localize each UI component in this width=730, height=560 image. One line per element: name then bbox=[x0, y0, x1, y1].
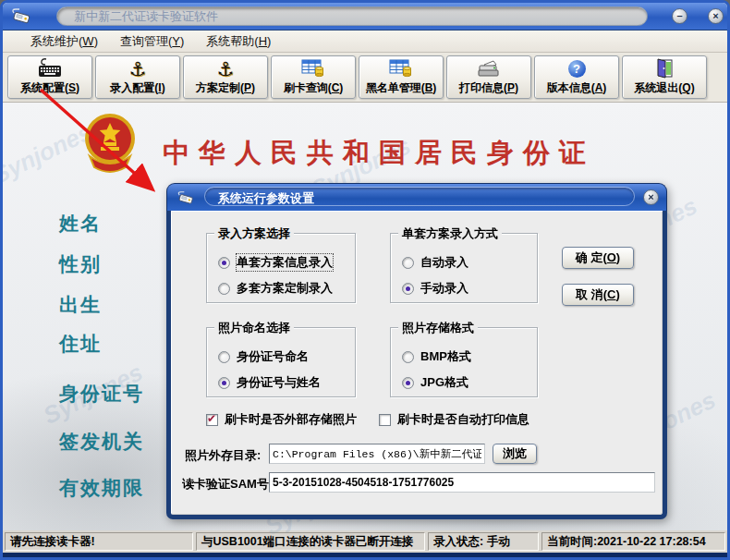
radio-icon[interactable] bbox=[402, 283, 414, 295]
group-photo-naming: 照片命名选择 身份证号命名 身份证号与姓名 bbox=[206, 327, 356, 397]
field-label-name: 姓名 bbox=[59, 211, 102, 237]
exit-door-icon bbox=[653, 56, 675, 80]
close-button[interactable]: × bbox=[708, 8, 724, 24]
toolbar-button-entry-config[interactable]: ⚓ 录入配置(I) bbox=[95, 55, 180, 99]
dialog-body: 录入方案选择 单套方案信息录入 多套方案定制录入 单套方案录入方式 自动录入 bbox=[166, 211, 667, 519]
printer-icon bbox=[477, 56, 501, 80]
group-entry-mode: 单套方案录入方式 自动录入 手动录入 bbox=[390, 233, 538, 303]
radio-icon[interactable] bbox=[218, 257, 230, 269]
window-title: 新中新二代证读卡验证软件 bbox=[74, 9, 218, 23]
radio-bmp-format[interactable]: BMP格式 bbox=[402, 348, 471, 365]
field-label-address: 住址 bbox=[59, 331, 102, 357]
dialog-title-bar: 系统运行参数设置 × bbox=[166, 183, 667, 211]
window-bottom-edge bbox=[3, 553, 727, 557]
radio-icon[interactable] bbox=[218, 351, 230, 363]
group-title: 照片存储格式 bbox=[398, 320, 478, 336]
toolbar-label: 系统配置(S) bbox=[20, 80, 79, 96]
group-entry-scheme: 录入方案选择 单套方案信息录入 多套方案定制录入 bbox=[206, 233, 356, 303]
toolbar-label: 录入配置(I) bbox=[110, 80, 164, 96]
toolbar-button-print-info[interactable]: 打印信息(P) bbox=[446, 55, 531, 99]
radio-icon[interactable] bbox=[402, 377, 414, 389]
radio-label: 身份证号与姓名 bbox=[237, 374, 321, 391]
dialog-close-button[interactable]: × bbox=[643, 189, 659, 205]
checkbox-icon[interactable] bbox=[206, 414, 218, 426]
settings-dialog: 系统运行参数设置 × 录入方案选择 单套方案信息录入 多套方案定制录入 单套方案… bbox=[166, 183, 667, 519]
toolbar-button-scheme-customize[interactable]: ⚓ 方案定制(P) bbox=[183, 55, 268, 99]
field-label-id-number: 身份证号 bbox=[59, 381, 144, 407]
radio-icon[interactable] bbox=[402, 257, 414, 269]
window-title-pill: 新中新二代证读卡验证软件 bbox=[56, 6, 648, 26]
group-title: 录入方案选择 bbox=[214, 225, 294, 242]
radio-auto-entry[interactable]: 自动录入 bbox=[402, 254, 468, 271]
radio-icon[interactable] bbox=[218, 377, 230, 389]
radio-label: JPG格式 bbox=[420, 374, 468, 391]
menu-bar: 系统维护(W) 查询管理(Y) 系统帮助(H) bbox=[3, 30, 727, 53]
card-reader-icon bbox=[176, 190, 196, 206]
ok-button[interactable]: 确 定(O) bbox=[562, 247, 634, 269]
keyboard-icon bbox=[38, 56, 62, 80]
toolbar-label: 系统退出(Q) bbox=[634, 80, 694, 96]
toolbar-button-swipe-query[interactable]: 刷卡查询(C) bbox=[271, 55, 356, 99]
toolbar-label: 打印信息(P) bbox=[459, 80, 518, 96]
radio-label: 单套方案信息录入 bbox=[237, 254, 333, 271]
field-label-issue-org: 签发机关 bbox=[59, 429, 144, 455]
radio-multi-scheme-entry[interactable]: 多套方案定制录入 bbox=[218, 280, 333, 297]
field-label-birth: 出生 bbox=[59, 292, 102, 318]
radio-name-by-id-and-name[interactable]: 身份证号与姓名 bbox=[218, 374, 321, 391]
toolbar-button-system-exit[interactable]: 系统退出(Q) bbox=[622, 55, 707, 99]
radio-icon[interactable] bbox=[402, 351, 414, 363]
photo-dir-label: 照片外存目录: bbox=[185, 447, 261, 464]
checkbox-icon[interactable] bbox=[379, 414, 391, 426]
radio-jpg-format[interactable]: JPG格式 bbox=[402, 374, 468, 391]
radio-name-by-id[interactable]: 身份证号命名 bbox=[218, 348, 309, 365]
radio-label: BMP格式 bbox=[420, 348, 471, 365]
checkbox-store-photo-externally[interactable]: 刷卡时是否外部存储照片 bbox=[206, 411, 357, 428]
toolbar-label: 黑名单管理(B) bbox=[366, 80, 437, 96]
status-connect-prompt: 请先连接读卡器! bbox=[5, 532, 193, 551]
sam-label: 读卡验证SAM号 bbox=[182, 476, 269, 493]
sam-input[interactable] bbox=[269, 472, 655, 493]
checkbox-label: 刷卡时是否外部存储照片 bbox=[225, 411, 357, 428]
radio-label: 多套方案定制录入 bbox=[237, 280, 333, 297]
dialog-title: 系统运行参数设置 bbox=[218, 190, 314, 207]
toolbar-label: 版本信息(A) bbox=[547, 80, 607, 96]
menu-item-system-help[interactable]: 系统帮助(H) bbox=[206, 33, 271, 50]
group-photo-format: 照片存储格式 BMP格式 JPG格式 bbox=[390, 327, 538, 397]
browse-button[interactable]: 浏览 bbox=[493, 444, 537, 464]
status-current-time: 当前时间:2021-10-22 17:28:54 bbox=[541, 532, 725, 551]
app-window: 新中新二代证读卡验证软件 – × 系统维护(W) 查询管理(Y) 系统帮助(H) bbox=[0, 0, 730, 560]
toolbar: 系统配置(S) ⚓ 录入配置(I) ⚓ 方案定制(P) 刷卡查询(C) bbox=[3, 53, 727, 103]
radio-label: 自动录入 bbox=[420, 254, 468, 271]
photo-dir-input[interactable] bbox=[269, 444, 485, 464]
radio-manual-entry[interactable]: 手动录入 bbox=[402, 280, 468, 297]
card-reader-icon bbox=[10, 7, 32, 26]
menu-item-query-management[interactable]: 查询管理(Y) bbox=[120, 33, 184, 50]
radio-label: 身份证号命名 bbox=[237, 348, 309, 365]
menu-item-system-maintenance[interactable]: 系统维护(W) bbox=[30, 33, 98, 50]
card-heading: 中华人民共和国居民身份证 bbox=[163, 135, 595, 172]
anchor-icon: ⚓ bbox=[129, 56, 147, 80]
toolbar-button-blacklist-management[interactable]: 黑名单管理(B) bbox=[359, 55, 444, 99]
title-bar: 新中新二代证读卡验证软件 – × bbox=[3, 3, 727, 30]
radio-icon[interactable] bbox=[218, 283, 230, 295]
radio-single-scheme-entry[interactable]: 单套方案信息录入 bbox=[218, 254, 333, 271]
cancel-button[interactable]: 取 消(C) bbox=[562, 284, 634, 306]
table-database-icon bbox=[301, 56, 325, 80]
question-icon: ? bbox=[568, 56, 586, 80]
field-label-sex: 性别 bbox=[59, 251, 102, 277]
status-entry-mode: 录入状态: 手动 bbox=[428, 532, 539, 551]
table-database-icon bbox=[389, 56, 413, 80]
checkbox-auto-print-info[interactable]: 刷卡时是否自动打印信息 bbox=[379, 411, 529, 428]
toolbar-label: 刷卡查询(C) bbox=[284, 80, 344, 96]
national-emblem bbox=[81, 112, 139, 177]
toolbar-button-version-info[interactable]: ? 版本信息(A) bbox=[534, 55, 619, 99]
minimize-button[interactable]: – bbox=[672, 8, 687, 24]
anchor-icon: ⚓ bbox=[217, 56, 235, 80]
radio-label: 手动录入 bbox=[420, 280, 468, 297]
field-label-valid-period: 有效期限 bbox=[59, 475, 144, 501]
group-title: 单套方案录入方式 bbox=[398, 225, 502, 242]
checkbox-label: 刷卡时是否自动打印信息 bbox=[397, 411, 529, 428]
status-port-message: 与USB1001端口连接的读卡器已断开连接 bbox=[196, 532, 425, 551]
toolbar-button-system-config[interactable]: 系统配置(S) bbox=[7, 55, 92, 99]
status-bar: 请先连接读卡器! 与USB1001端口连接的读卡器已断开连接 录入状态: 手动 … bbox=[3, 530, 727, 553]
